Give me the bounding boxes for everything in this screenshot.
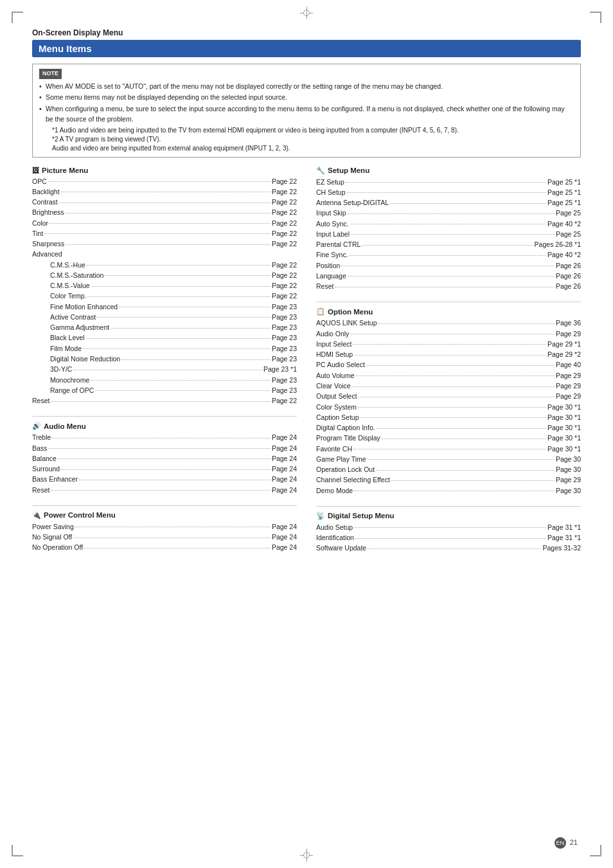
- digital-setup-menu-title: 📡 Digital Setup Menu: [316, 512, 581, 520]
- note-footnote-2: *2 A TV program is being viewed (TV). Au…: [52, 135, 574, 153]
- item-label: Range of OPC: [50, 385, 94, 395]
- item-label: Contrast: [32, 197, 58, 207]
- list-item: Antenna Setup-DIGITALPage 25 *1: [316, 197, 581, 208]
- item-page: Page 22: [272, 280, 297, 291]
- list-item: ResetPage 24: [32, 485, 297, 495]
- item-dots: [51, 484, 270, 491]
- item-dots: [95, 384, 271, 392]
- item-label: Backlight: [32, 186, 60, 197]
- item-page: Page 25 *1: [547, 187, 581, 197]
- item-dots: [119, 301, 271, 308]
- item-dots: [91, 374, 271, 381]
- item-label: Channel Selecting Effect: [316, 475, 390, 485]
- audio-menu-list: TreblePage 24BassPage 24BalancePage 24Su…: [32, 432, 297, 495]
- item-label: Power Saving: [32, 521, 74, 532]
- item-page: Page 22: [272, 197, 297, 207]
- item-page: Page 23: [272, 385, 297, 395]
- item-dots: [368, 542, 541, 549]
- list-item: Color SystemPage 30 *1: [316, 402, 581, 412]
- power-control-menu-title: 🔌 Power Control Menu: [32, 511, 297, 520]
- item-dots: [353, 338, 546, 345]
- item-page: Page 26: [556, 281, 581, 291]
- item-dots: [350, 249, 546, 256]
- note-item-2: Some menu items may not be displayed dep…: [39, 93, 574, 103]
- item-label: Color Temp.: [50, 291, 86, 301]
- item-label: Advanced: [32, 249, 62, 259]
- item-page: Page 26: [556, 271, 581, 281]
- item-dots: [83, 343, 271, 350]
- item-label: Brightness: [32, 207, 64, 217]
- list-item: PositionPage 26: [316, 260, 581, 271]
- item-label: Black Level: [50, 332, 85, 343]
- list-item: 3D-Y/CPage 23 *1: [32, 364, 297, 374]
- item-label: Auto Volume: [316, 370, 355, 381]
- right-column: 🔧 Setup Menu EZ SetupPage 25 *1CH SetupP…: [316, 167, 581, 564]
- item-page: Page 23 *1: [263, 364, 297, 374]
- list-item: CH SetupPage 25 *1: [316, 187, 581, 197]
- item-dots: [87, 259, 271, 266]
- item-page: Page 40 *2: [547, 219, 581, 229]
- list-item: No Operation OffPage 24: [32, 542, 297, 552]
- note-footnote-1: *1 Audio and video are being inputted to…: [52, 126, 574, 135]
- two-column-layout: 🖼 Picture Menu OPCPage 22BacklightPage 2…: [32, 167, 581, 564]
- digital-setup-menu-icon: 📡: [316, 512, 325, 520]
- item-dots: [346, 176, 546, 183]
- item-dots: [350, 328, 555, 335]
- section-title: On-Screen Display Menu: [32, 28, 581, 37]
- option-menu-list: AQUOS LINK SetupPage 36Audio OnlyPage 29…: [316, 318, 581, 496]
- page-number: EN 21: [555, 837, 578, 849]
- list-item: Audio SetupPage 31 *1: [316, 522, 581, 532]
- list-item: Caption SetupPage 30 *1: [316, 412, 581, 422]
- divider-3: [316, 302, 581, 302]
- menu-items-header: Menu Items: [32, 40, 581, 57]
- item-page: Page 30: [556, 485, 581, 496]
- item-page: Page 24: [272, 532, 297, 542]
- list-item: ResetPage 22: [32, 395, 297, 406]
- option-menu-title: 📋 Option Menu: [316, 307, 581, 316]
- item-page: Pages 26-28 *1: [535, 239, 581, 249]
- item-page: Page 24: [272, 521, 297, 532]
- item-dots: [335, 280, 554, 287]
- item-page: Page 30 *1: [547, 444, 581, 454]
- item-page: Page 30 *1: [547, 412, 581, 422]
- item-page: Page 30 *1: [547, 433, 581, 443]
- item-label: AQUOS LINK Setup: [316, 318, 377, 328]
- item-page: Page 24: [272, 542, 297, 552]
- item-label: Favorite CH: [316, 444, 352, 454]
- audio-menu-title: 🔊 Audio Menu: [32, 422, 297, 430]
- list-item: SharpnessPage 22: [32, 239, 297, 249]
- item-page: Page 23: [272, 332, 297, 343]
- item-dots: [111, 321, 271, 329]
- list-item: Film ModePage 23: [32, 343, 297, 354]
- item-dots: [354, 521, 546, 529]
- item-label: Tint: [32, 228, 43, 239]
- divider-1: [32, 416, 297, 417]
- item-label: Gamma Adjustment: [50, 322, 109, 332]
- note-item-3: When configuring a menu, be sure to sele…: [39, 104, 574, 125]
- item-page: Page 22: [272, 186, 297, 197]
- picture-menu-title: 🖼 Picture Menu: [32, 167, 297, 174]
- item-dots: [105, 269, 270, 276]
- item-page: Page 30: [556, 464, 581, 475]
- item-dots: [58, 453, 271, 460]
- item-page: Page 25: [556, 229, 581, 239]
- picture-menu-list: OPCPage 22BacklightPage 22ContrastPage 2…: [32, 176, 297, 406]
- item-label: Position: [316, 260, 340, 271]
- item-dots: [61, 186, 271, 193]
- picture-menu-section: 🖼 Picture Menu OPCPage 22BacklightPage 2…: [32, 167, 297, 406]
- item-label: Digital Noise Reduction: [50, 354, 120, 364]
- picture-menu-icon: 🖼: [32, 167, 39, 174]
- list-item: HDMI SetupPage 29 *2: [316, 349, 581, 359]
- list-item: Active ContrastPage 23: [32, 312, 297, 322]
- list-item: Power SavingPage 24: [32, 521, 297, 532]
- item-page: Page 30: [556, 454, 581, 464]
- audio-menu-icon: 🔊: [32, 422, 41, 430]
- list-item: BrightnessPage 22: [32, 207, 297, 217]
- item-page: Pages 31-32: [542, 543, 581, 553]
- item-dots: [341, 260, 555, 267]
- item-page: Page 23: [272, 343, 297, 354]
- item-dots: [377, 422, 546, 429]
- item-page: Page 36: [556, 318, 581, 328]
- list-item: BassPage 24: [32, 443, 297, 453]
- list-item: Input SelectPage 29 *1: [316, 339, 581, 349]
